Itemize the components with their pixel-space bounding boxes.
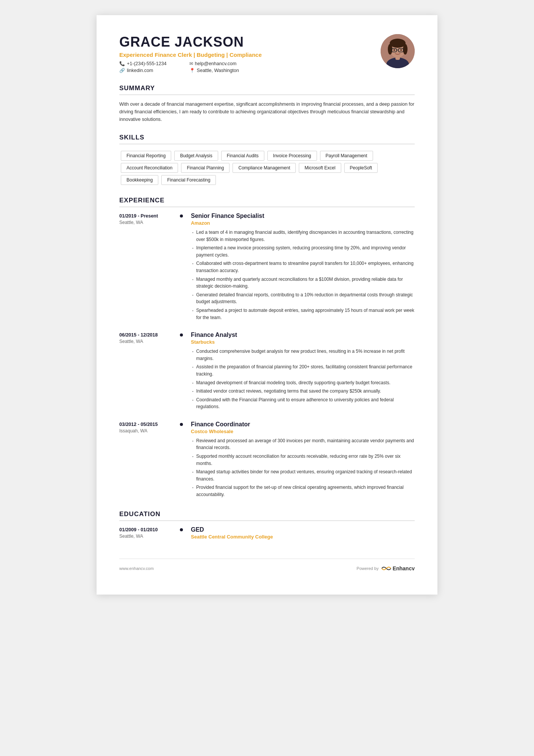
education-section: EDUCATION 01/2009 - 01/2010 Seattle, WA … — [119, 510, 415, 540]
bullet-item: Supported monthly account reconciliation… — [191, 453, 415, 467]
education-entry: 01/2009 - 01/2010 Seattle, WA GED Seattl… — [119, 526, 415, 540]
experience-entries: 01/2019 - Present Seattle, WA Senior Fin… — [119, 213, 415, 500]
bullet-item: Generated detailed financial reports, co… — [191, 291, 415, 305]
avatar-image — [381, 34, 415, 68]
exp-dot — [180, 333, 183, 337]
email-value: help@enhancv.com — [195, 61, 237, 66]
skills-grid: Financial ReportingBudget AnalysisFinanc… — [119, 150, 415, 186]
exp-location: Seattle, WA — [119, 220, 178, 225]
bullet-item: Managed startup activities binder for ne… — [191, 468, 415, 482]
skill-tag: Financial Audits — [221, 151, 264, 161]
location-item: 📍 Seattle, Washington — [189, 68, 239, 73]
resume-page: GRACE JACKSON Experienced Finance Clerk … — [97, 15, 437, 595]
exp-bullets: Reviewed and processed an average of 300… — [191, 437, 415, 498]
location-value: Seattle, Washington — [197, 68, 239, 73]
bullet-item: Led a team of 4 in managing financial au… — [191, 229, 415, 243]
edu-degree: GED — [191, 526, 415, 533]
exp-left: 06/2015 - 12/2018 Seattle, WA — [119, 332, 178, 412]
exp-location: Issaquah, WA — [119, 428, 178, 434]
linkedin-item: 🔗 linkedin.com — [119, 68, 167, 73]
skill-tag: PeopleSoft — [344, 163, 378, 173]
edu-dates: 01/2009 - 01/2010 — [119, 527, 178, 532]
svg-point-10 — [393, 49, 395, 51]
bullet-item: Initiated vendor contract reviews, negot… — [191, 388, 415, 395]
location-icon: 📍 — [189, 68, 195, 73]
email-icon: ✉ — [189, 61, 193, 66]
contact-col-left: 📞 +1-(234)-555-1234 🔗 linkedin.com — [119, 61, 167, 73]
svg-point-11 — [400, 49, 402, 51]
edu-right: GED Seattle Central Community College — [185, 526, 415, 540]
brand-name: Enhancv — [393, 565, 415, 571]
experience-section: EXPERIENCE 01/2019 - Present Seattle, WA… — [119, 197, 415, 500]
edu-dot — [180, 528, 183, 531]
exp-bullets: Conducted comprehensive budget analysis … — [191, 348, 415, 410]
exp-job-title: Finance Analyst — [191, 332, 415, 338]
skill-tag: Budget Analysis — [174, 151, 218, 161]
skill-tag: Bookkeeping — [121, 175, 158, 185]
exp-dates: 01/2019 - Present — [119, 213, 178, 219]
education-entries: 01/2009 - 01/2010 Seattle, WA GED Seattl… — [119, 526, 415, 540]
skill-tag: Compliance Management — [233, 163, 296, 173]
bullet-item: Collaborated with cross-department teams… — [191, 260, 415, 274]
experience-entry: 01/2019 - Present Seattle, WA Senior Fin… — [119, 213, 415, 322]
edu-left: 01/2009 - 01/2010 Seattle, WA — [119, 526, 178, 540]
exp-center — [178, 332, 185, 412]
avatar — [381, 34, 415, 68]
exp-bullets: Led a team of 4 in managing financial au… — [191, 229, 415, 321]
exp-left: 01/2019 - Present Seattle, WA — [119, 213, 178, 322]
resume-footer: www.enhancv.com Powered by Enhancv — [119, 559, 415, 572]
footer-powered: Powered by Enhancv — [357, 565, 415, 572]
email-item: ✉ help@enhancv.com — [189, 61, 239, 66]
bullet-item: Managed development of financial modelin… — [191, 379, 415, 387]
summary-section: SUMMARY With over a decade of financial … — [119, 85, 415, 123]
experience-entry: 03/2012 - 05/2015 Issaquah, WA Finance C… — [119, 421, 415, 500]
exp-right: Finance Coordinator Costco Wholesale Rev… — [185, 421, 415, 500]
education-title: EDUCATION — [119, 510, 415, 521]
edu-location: Seattle, WA — [119, 534, 178, 539]
skills-section: SKILLS Financial ReportingBudget Analysi… — [119, 134, 415, 186]
svg-point-6 — [403, 44, 408, 55]
phone-icon: 📞 — [119, 61, 125, 66]
exp-left: 03/2012 - 05/2015 Issaquah, WA — [119, 421, 178, 500]
edu-school: Seattle Central Community College — [191, 534, 415, 540]
linkedin-icon: 🔗 — [119, 68, 125, 73]
bullet-item: Implemented a new invoice processing sys… — [191, 244, 415, 258]
exp-right: Finance Analyst Starbucks Conducted comp… — [185, 332, 415, 412]
phone-value: +1-(234)-555-1234 — [127, 61, 167, 66]
skill-tag: Microsoft Excel — [299, 163, 341, 173]
linkedin-value: linkedin.com — [127, 68, 153, 73]
experience-title: EXPERIENCE — [119, 197, 415, 207]
exp-location: Seattle, WA — [119, 339, 178, 344]
bullet-item: Managed monthly and quarterly account re… — [191, 276, 415, 290]
summary-text: With over a decade of financial manageme… — [119, 100, 415, 123]
summary-title: SUMMARY — [119, 85, 415, 95]
bullet-item: Reviewed and processed an average of 300… — [191, 437, 415, 451]
experience-entry: 06/2015 - 12/2018 Seattle, WA Finance An… — [119, 332, 415, 412]
skill-tag: Account Reconciliation — [121, 163, 178, 173]
header-left: GRACE JACKSON Experienced Finance Clerk … — [119, 34, 381, 73]
bullet-item: Conducted comprehensive budget analysis … — [191, 348, 415, 362]
skill-tag: Financial Planning — [181, 163, 230, 173]
svg-point-4 — [390, 39, 406, 48]
exp-dot — [180, 214, 183, 218]
exp-dates: 03/2012 - 05/2015 — [119, 422, 178, 427]
bullet-item: Spearheaded a project to automate deposi… — [191, 307, 415, 321]
footer-website: www.enhancv.com — [119, 566, 154, 571]
header-section: GRACE JACKSON Experienced Finance Clerk … — [119, 34, 415, 73]
exp-center — [178, 213, 185, 322]
exp-company: Costco Wholesale — [191, 429, 415, 434]
candidate-name: GRACE JACKSON — [119, 34, 381, 50]
exp-center — [178, 421, 185, 500]
skill-tag: Invoice Processing — [267, 151, 317, 161]
edu-center — [178, 526, 185, 540]
contact-info: 📞 +1-(234)-555-1234 🔗 linkedin.com ✉ hel… — [119, 61, 381, 73]
exp-job-title: Senior Finance Specialist — [191, 213, 415, 219]
footer-logo: Enhancv — [381, 565, 415, 572]
exp-job-title: Finance Coordinator — [191, 421, 415, 428]
bullet-item: Provided financial support for the set-u… — [191, 484, 415, 498]
enhancv-logo-icon — [381, 565, 392, 572]
exp-right: Senior Finance Specialist Amazon Led a t… — [185, 213, 415, 322]
exp-dot — [180, 423, 183, 426]
contact-col-right: ✉ help@enhancv.com 📍 Seattle, Washington — [189, 61, 239, 73]
skill-tag: Payroll Management — [320, 151, 373, 161]
